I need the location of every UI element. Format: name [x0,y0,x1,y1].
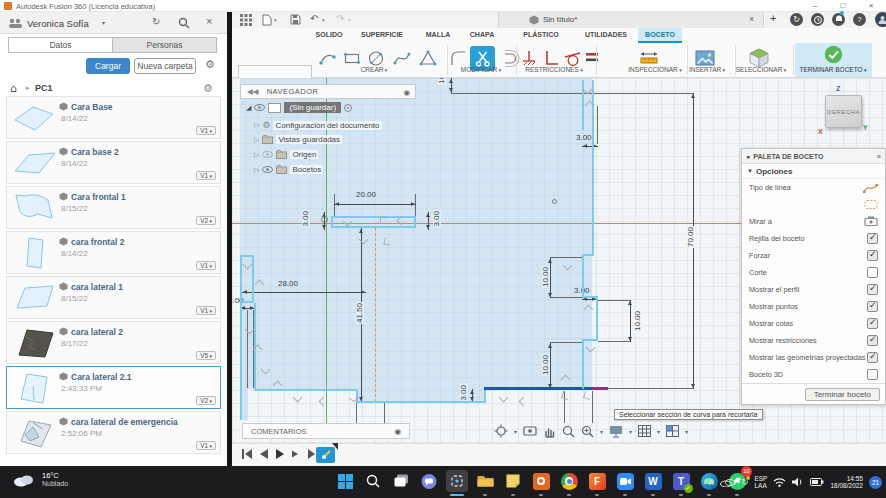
clock-widget[interactable]: 14:55 18/08/2022 [830,475,863,490]
eye-icon[interactable] [262,166,273,173]
close-tab-icon[interactable]: × [749,14,754,24]
version-badge[interactable]: V1 [196,306,216,315]
navigator-item-label[interactable]: Origen [290,150,318,159]
version-badge[interactable]: V1 [196,441,216,450]
battery-icon[interactable] [810,478,824,486]
navigator-item-views[interactable]: ▷ Vistas guardadas [254,135,342,144]
version-badge[interactable]: V1 [196,171,216,180]
dim-stem[interactable]: 41.50 [356,302,364,324]
palette-row-linetype[interactable]: Tipo de línea [742,179,885,196]
chat-icon[interactable] [418,470,440,492]
checkbox[interactable] [867,284,878,295]
view-cube[interactable]: Z DERECHA X Y [816,86,868,136]
dim-notch-top[interactable]: 10.00 [542,266,550,288]
sketch-line[interactable] [596,296,598,341]
list-item-selected[interactable]: Cara lateral 2.1 2:43:33 PM V2 [6,366,221,409]
list-item[interactable]: Cara Base 8/14/22 V1 [6,96,221,139]
radio-icon[interactable] [344,104,352,112]
palette-collapse-icon[interactable]: » [877,153,881,160]
constraint-icon[interactable] [499,393,509,403]
sync-status-icon[interactable]: ↻ [790,13,803,26]
palette-row-slice[interactable]: Corte [742,264,885,281]
sync-tray-icon[interactable]: ↻ [741,477,749,487]
user-name[interactable]: Veronica Sofía [27,18,89,29]
file-explorer-icon[interactable] [474,470,496,492]
search-taskbar-icon[interactable] [362,470,384,492]
checkbox[interactable] [867,369,878,380]
sketch-line[interactable] [484,389,486,402]
redo-icon[interactable]: ↷ [336,13,344,24]
comments-expand-icon[interactable]: ◉ [394,427,401,436]
expand-icon[interactable]: ◢ [246,104,251,112]
palette-row-snap[interactable]: Forzar [742,247,885,264]
sketch-line-fixed[interactable] [592,387,608,390]
sketch-point[interactable] [552,199,557,204]
dimension-line[interactable] [582,299,597,300]
dimension-line[interactable] [582,146,598,147]
sticky-notes-icon[interactable] [502,470,524,492]
viewports-caret-icon[interactable]: ▾ [685,428,688,435]
chevron-down-icon[interactable]: ▾ [102,19,105,26]
palette-row-profile[interactable]: Mostrar el perfil [742,281,885,298]
tab-chapa[interactable]: CHAPA [470,31,494,38]
viewports-icon[interactable] [666,425,679,437]
origin-point[interactable] [321,216,328,223]
chrome-icon[interactable] [558,470,580,492]
job-status-icon[interactable] [811,13,824,26]
palette-row-lookat[interactable]: Mirar a [742,213,885,230]
navigator-item-config[interactable]: ▷ ⚙ Configuración del documento [254,120,382,130]
list-item[interactable]: cara lateral de emergencia 2:52:06 PM V1 [6,411,221,454]
checkbox[interactable] [867,335,878,346]
document-name[interactable]: Cara frontal 1 [71,192,126,202]
checkbox[interactable] [867,250,878,261]
step-forward-icon[interactable] [292,449,301,459]
tab-superficie[interactable]: SUPERFICIE [361,31,403,38]
undo-caret-icon[interactable]: ▾ [322,17,325,23]
notification-bell-icon[interactable] [832,13,845,26]
zoom-app-icon[interactable] [614,470,636,492]
speaker-icon[interactable] [792,477,804,487]
sketch-line[interactable] [240,303,242,420]
sketch-line[interactable] [582,339,598,341]
play-icon[interactable] [276,449,285,459]
new-folder-button[interactable]: Nueva carpeta [134,58,196,74]
measure-tool-icon[interactable] [638,48,660,68]
finish-sketch-button[interactable]: Terminar boceto [805,388,880,401]
equal-constraint-icon[interactable] [584,48,600,68]
group-label-seleccionar[interactable]: SELECCIONAR [736,66,787,73]
palette-row-grid[interactable]: Rejilla del boceto [742,230,885,247]
list-item[interactable]: Cara base 2 8/14/22 V1 [6,141,221,184]
dimension-line[interactable] [242,292,366,293]
file-menu-caret-icon[interactable]: ▾ [274,17,277,23]
orbit-caret-icon[interactable]: ▾ [514,428,517,435]
pan-icon[interactable] [543,425,556,438]
view-cube-face[interactable]: DERECHA [825,95,862,128]
palette-row-3dsketch[interactable]: Boceto 3D [742,366,885,383]
close-button[interactable]: × [861,0,881,12]
navigator-header[interactable]: ◀◀ NAVEGADOR ◉ [240,84,416,99]
dim-top-width[interactable]: 20.00 [356,190,376,199]
dim-bottom-step[interactable]: 3.00 [460,384,468,402]
dim-top-h-right[interactable]: 3.00 [433,210,441,228]
skip-start-icon[interactable] [242,449,253,459]
minimize-button[interactable]: – [805,0,825,12]
home-icon[interactable]: ⌂ [10,82,17,95]
palette-row-dimensions[interactable]: Mostrar cotas [742,315,885,332]
new-tab-icon[interactable]: + [770,12,776,24]
display-caret-icon[interactable]: ▾ [629,428,632,435]
dimension-line[interactable] [550,343,551,389]
dim-left-width[interactable]: 28.00 [278,279,298,288]
document-tab[interactable]: Sin título* × [498,12,764,28]
file-icon[interactable] [262,14,272,26]
grid-settings-icon[interactable] [638,425,651,437]
sketch-line[interactable] [582,254,584,298]
tray-expand-icon[interactable]: ∧ [708,478,714,487]
sketch-line-selected[interactable] [484,387,592,390]
group-label-modificar[interactable]: MODIFICAR [461,66,501,73]
version-badge[interactable]: V2 [196,396,216,405]
weather-widget[interactable]: 16°C Nublado [12,471,68,487]
sketch-line[interactable] [356,401,486,403]
tab-personas[interactable]: Personas [113,38,216,52]
zoom-caret-icon[interactable]: ▾ [600,428,603,435]
palette-row-points[interactable]: Mostrar puntos [742,298,885,315]
